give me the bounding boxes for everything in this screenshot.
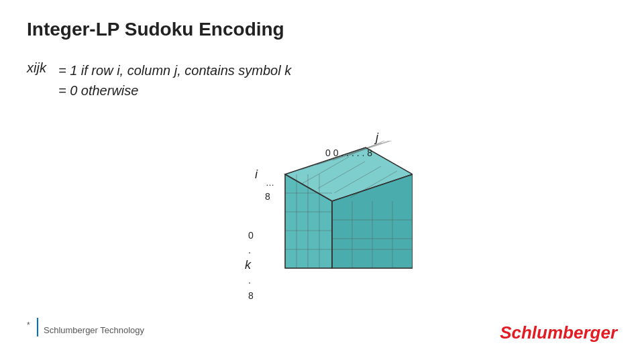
i-axis-label: i [255, 168, 258, 182]
j-axis-label: j [376, 131, 378, 145]
i-8-label: 8 [265, 191, 270, 202]
slide: Integer-LP Sudoku Encoding xijk = 1 if r… [0, 0, 644, 362]
content-area: xijk = 1 if row i, column j, contains sy… [27, 60, 291, 101]
cube-diagram [265, 141, 413, 298]
page-number: * [27, 320, 30, 330]
variable-label: xijk [27, 60, 46, 76]
k-range-label: 0 . . . 8 [248, 228, 254, 303]
def-line1: = 1 if row i, column j, contains symbol … [58, 60, 291, 80]
slide-title: Integer-LP Sudoku Encoding [27, 19, 284, 40]
schlumberger-logo: Schlumberger [500, 322, 617, 343]
def-line2: = 0 otherwise [58, 80, 291, 101]
j-range-label: 0 0 . . . . . 8 [325, 147, 372, 158]
definition-row: xijk = 1 if row i, column j, contains sy… [27, 60, 291, 101]
footer-company: Schlumberger Technology [44, 325, 144, 335]
i-dots: … [266, 178, 274, 188]
footer-divider [37, 318, 38, 337]
definition-block: = 1 if row i, column j, contains symbol … [58, 60, 291, 101]
